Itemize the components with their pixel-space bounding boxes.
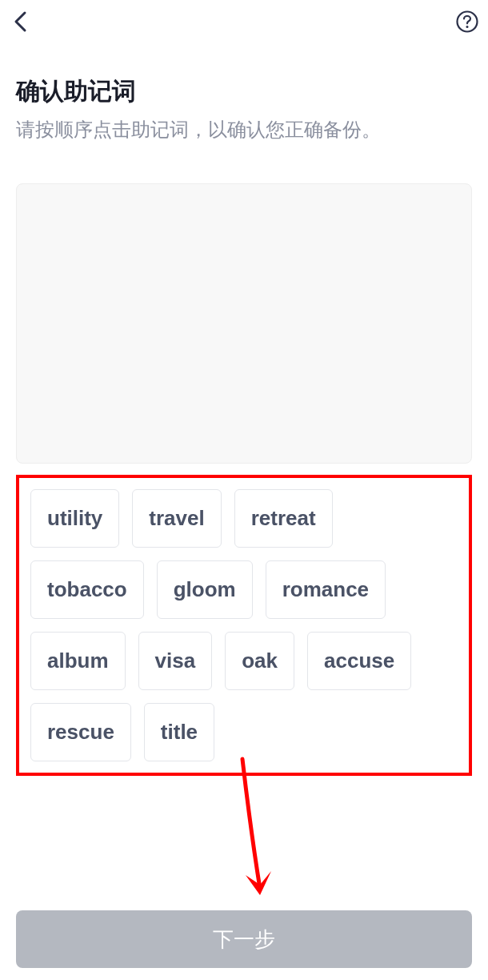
word-chip[interactable]: travel xyxy=(132,489,221,548)
word-chip[interactable]: tobacco xyxy=(30,560,144,619)
word-chip[interactable]: title xyxy=(144,703,214,761)
help-icon[interactable] xyxy=(454,9,480,34)
annotation-arrow-icon xyxy=(236,757,284,920)
header xyxy=(0,0,488,43)
svg-point-1 xyxy=(466,26,469,28)
word-chip[interactable]: accuse xyxy=(307,632,411,690)
mnemonic-words-container: utility travel retreat tobacco gloom rom… xyxy=(16,475,472,776)
word-chip[interactable]: retreat xyxy=(234,489,333,548)
word-chip[interactable]: gloom xyxy=(157,560,253,619)
word-chip[interactable]: visa xyxy=(138,632,213,690)
word-chip[interactable]: rescue xyxy=(30,703,131,761)
word-chip[interactable]: utility xyxy=(30,489,119,548)
back-icon[interactable] xyxy=(8,9,34,34)
next-button[interactable]: 下一步 xyxy=(16,910,472,968)
word-chip[interactable]: romance xyxy=(266,560,386,619)
page-subtitle: 请按顺序点击助记词，以确认您正确备份。 xyxy=(16,116,472,143)
selected-words-area[interactable] xyxy=(16,183,472,464)
word-chip[interactable]: album xyxy=(30,632,126,690)
page-title: 确认助记词 xyxy=(16,75,472,108)
content-area: 确认助记词 请按顺序点击助记词，以确认您正确备份。 xyxy=(0,43,488,143)
word-chip[interactable]: oak xyxy=(225,632,294,690)
